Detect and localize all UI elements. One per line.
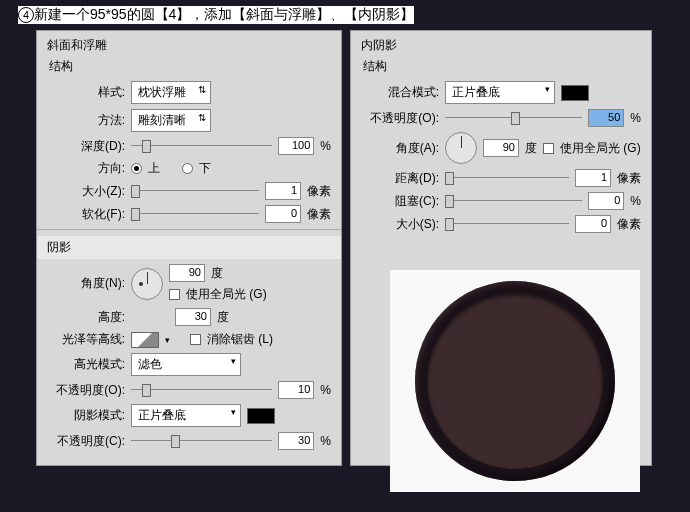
inner-angle-unit: 度 [525, 140, 537, 157]
blend-mode-label: 混合模式: [361, 84, 439, 101]
soften-unit: 像素 [307, 206, 331, 223]
circle-outer [415, 281, 615, 481]
inner-distance-unit: 像素 [617, 170, 641, 187]
size-slider[interactable] [131, 184, 259, 198]
inner-size-unit: 像素 [617, 216, 641, 233]
highlight-opacity-label: 不透明度(O): [47, 382, 125, 399]
highlight-opacity-input[interactable]: 10 [278, 381, 314, 399]
inner-size-label: 大小(S): [361, 216, 439, 233]
direction-up-radio[interactable] [131, 163, 142, 174]
depth-unit: % [320, 139, 331, 153]
inner-opacity-input[interactable]: 50 [588, 109, 624, 127]
inner-opacity-slider[interactable] [445, 111, 582, 125]
style-label: 样式: [47, 84, 125, 101]
inner-structure-label: 结构 [363, 58, 641, 75]
inner-angle-label: 角度(A): [361, 140, 439, 157]
soften-label: 软化(F): [47, 206, 125, 223]
angle-label: 角度(N): [47, 275, 125, 292]
inner-size-input[interactable]: 0 [575, 215, 611, 233]
inner-title: 内阴影 [361, 37, 641, 54]
contour-picker[interactable] [131, 332, 159, 348]
soften-slider[interactable] [131, 207, 259, 221]
angle-dial[interactable] [131, 268, 163, 300]
shadow-color-swatch[interactable] [247, 408, 275, 424]
shadow-opacity-input[interactable]: 30 [278, 432, 314, 450]
blend-mode-select[interactable]: 正片叠底 [445, 81, 555, 104]
highlight-mode-label: 高光模式: [47, 356, 125, 373]
inner-distance-label: 距离(D): [361, 170, 439, 187]
inner-global-checkbox[interactable] [543, 143, 554, 154]
shadow-opacity-slider[interactable] [131, 434, 272, 448]
highlight-opacity-slider[interactable] [131, 383, 272, 397]
size-unit: 像素 [307, 183, 331, 200]
inner-angle-input[interactable]: 90 [483, 139, 519, 157]
inner-choke-unit: % [630, 194, 641, 208]
highlight-mode-select[interactable]: 滤色 [131, 353, 241, 376]
depth-label: 深度(D): [47, 138, 125, 155]
direction-down-label: 下 [199, 160, 211, 177]
altitude-label: 高度: [47, 309, 125, 326]
result-preview [390, 270, 640, 492]
contour-label: 光泽等高线: [47, 331, 125, 348]
global-light-label: 使用全局光 (G) [186, 286, 267, 303]
direction-down-radio[interactable] [182, 163, 193, 174]
style-select[interactable]: 枕状浮雕 [131, 81, 211, 104]
structure-label: 结构 [49, 58, 331, 75]
step-number: 4 [18, 7, 34, 23]
inner-size-slider[interactable] [445, 217, 569, 231]
inner-global-label: 使用全局光 (G) [560, 140, 641, 157]
inner-choke-label: 阻塞(C): [361, 193, 439, 210]
soften-input[interactable]: 0 [265, 205, 301, 223]
step-caption: 4新建一个95*95的圆【4】，添加【斜面与浮雕】、【内阴影】 [18, 6, 414, 24]
size-input[interactable]: 1 [265, 182, 301, 200]
inner-color-swatch[interactable] [561, 85, 589, 101]
inner-angle-dial[interactable] [445, 132, 477, 164]
inner-distance-slider[interactable] [445, 171, 569, 185]
inner-opacity-label: 不透明度(O): [361, 110, 439, 127]
altitude-input[interactable]: 30 [175, 308, 211, 326]
angle-input[interactable]: 90 [169, 264, 205, 282]
shadow-mode-label: 阴影模式: [47, 407, 125, 424]
global-light-checkbox[interactable] [169, 289, 180, 300]
step-text: 新建一个95*95的圆【4】，添加【斜面与浮雕】、【内阴影】 [34, 6, 414, 22]
highlight-opacity-unit: % [320, 383, 331, 397]
inner-choke-slider[interactable] [445, 194, 582, 208]
direction-up-label: 上 [148, 160, 160, 177]
antialias-label: 消除锯齿 (L) [207, 331, 273, 348]
shadow-mode-select[interactable]: 正片叠底 [131, 404, 241, 427]
technique-label: 方法: [47, 112, 125, 129]
angle-unit: 度 [211, 265, 223, 282]
inner-choke-input[interactable]: 0 [588, 192, 624, 210]
inner-distance-input[interactable]: 1 [575, 169, 611, 187]
shading-label: 阴影 [37, 236, 341, 259]
depth-slider[interactable] [131, 139, 272, 153]
shadow-opacity-unit: % [320, 434, 331, 448]
technique-select[interactable]: 雕刻清晰 [131, 109, 211, 132]
circle-inner [427, 293, 603, 469]
direction-label: 方向: [47, 160, 125, 177]
size-label: 大小(Z): [47, 183, 125, 200]
bevel-panel: 斜面和浮雕 结构 样式: 枕状浮雕 方法: 雕刻清晰 深度(D): 100 % … [36, 30, 342, 466]
shadow-opacity-label: 不透明度(C): [47, 433, 125, 450]
antialias-checkbox[interactable] [190, 334, 201, 345]
altitude-unit: 度 [217, 309, 229, 326]
depth-input[interactable]: 100 [278, 137, 314, 155]
inner-opacity-unit: % [630, 111, 641, 125]
bevel-title: 斜面和浮雕 [47, 37, 331, 54]
